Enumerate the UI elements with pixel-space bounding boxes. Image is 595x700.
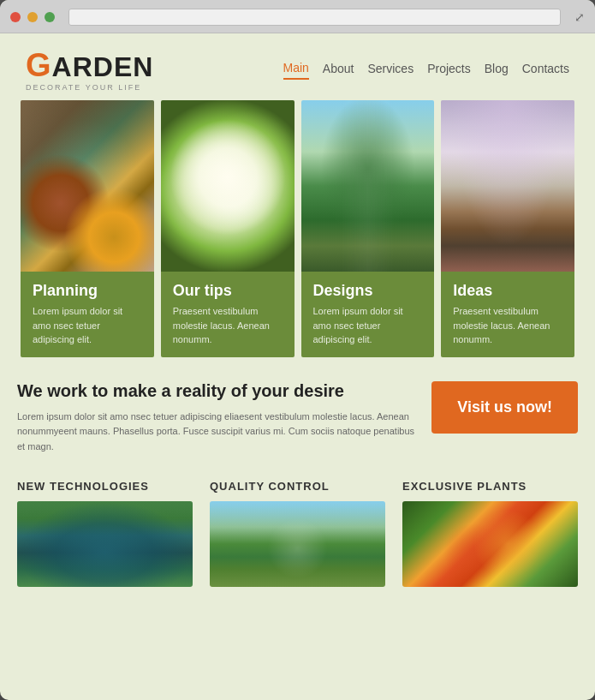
formal-garden-image (210, 501, 385, 587)
nav-about[interactable]: About (323, 62, 354, 79)
hero-grid: Planning Lorem ipsum dolor sit amo nsec … (0, 100, 595, 357)
hero-col-2: Our tips Praesent vestibulum molestie la… (161, 100, 295, 357)
bottom-grid: NEW TECHNOLOGIES QUALITY CONTROL EXCLUSI… (17, 480, 578, 587)
white-flower-image (161, 100, 295, 272)
visit-us-button[interactable]: Visit us now! (431, 381, 578, 434)
hero-col-4: Ideas Praesent vestibulum molestie lacus… (441, 100, 574, 357)
bottom-section: NEW TECHNOLOGIES QUALITY CONTROL EXCLUSI… (0, 471, 595, 604)
caption-text-4: Praesent vestibulum molestie lacus. Aene… (453, 304, 562, 347)
bottom-col-2: QUALITY CONTROL (210, 480, 385, 587)
hero-caption-3: Designs Lorem ipsum dolor sit amo nsec t… (301, 272, 435, 357)
bottom-title-3: EXCLUSIVE PLANTS (402, 480, 578, 493)
logo-rest: ARDEN (52, 51, 154, 82)
hero-caption-4: Ideas Praesent vestibulum molestie lacus… (441, 272, 574, 357)
caption-title-4: Ideas (453, 282, 562, 300)
caption-text-1: Lorem ipsum dolor sit amo nsec tetuer ad… (33, 304, 142, 347)
garden-tools-image (21, 100, 154, 272)
nav-projects[interactable]: Projects (427, 62, 471, 79)
bottom-col-3: EXCLUSIVE PLANTS (402, 480, 578, 587)
hero-col-3: Designs Lorem ipsum dolor sit amo nsec t… (301, 100, 435, 357)
logo-g-letter: G (26, 47, 52, 83)
mid-body: Lorem ipsum dolor sit amo nsec tetuer ad… (17, 410, 414, 455)
mid-section: We work to make a reality of your desire… (0, 357, 595, 472)
hero-caption-2: Our tips Praesent vestibulum molestie la… (161, 272, 295, 357)
site-nav: Main About Services Projects Blog Contac… (283, 61, 570, 80)
site-content: GARDEN DECORATE YOUR LIFE Main About Ser… (0, 33, 595, 604)
nav-main[interactable]: Main (283, 61, 309, 80)
browser-chrome: ⤢ (0, 0, 595, 33)
logo-area: GARDEN DECORATE YOUR LIFE (26, 49, 153, 92)
logo-tagline: DECORATE YOUR LIFE (26, 83, 153, 92)
pond-image (17, 501, 193, 587)
caption-text-3: Lorem ipsum dolor sit amo nsec tetuer ad… (313, 304, 423, 347)
logo-text: GARDEN (26, 49, 153, 81)
caption-title-2: Our tips (173, 282, 283, 300)
topiary-image (301, 100, 435, 272)
browser-window: ⤢ GARDEN DECORATE YOUR LIFE Main About S… (0, 0, 595, 700)
hero-col-1: Planning Lorem ipsum dolor sit amo nsec … (21, 100, 154, 357)
bottom-col-1: NEW TECHNOLOGIES (17, 480, 193, 587)
mid-text: We work to make a reality of your desire… (17, 381, 414, 455)
nav-services[interactable]: Services (367, 62, 414, 79)
bottom-title-1: NEW TECHNOLOGIES (17, 480, 193, 493)
caption-text-2: Praesent vestibulum molestie lacus. Aene… (173, 304, 283, 347)
nav-contacts[interactable]: Contacts (522, 62, 569, 79)
address-bar[interactable] (68, 9, 561, 26)
site-header: GARDEN DECORATE YOUR LIFE Main About Ser… (0, 33, 595, 100)
caption-title-3: Designs (313, 282, 423, 300)
misty-path-image (441, 100, 574, 272)
nav-blog[interactable]: Blog (485, 62, 509, 79)
minimize-button[interactable] (27, 12, 38, 22)
hero-caption-1: Planning Lorem ipsum dolor sit amo nsec … (21, 272, 154, 357)
caption-title-1: Planning (33, 282, 142, 300)
bottom-title-2: QUALITY CONTROL (210, 480, 385, 493)
fullscreen-icon[interactable]: ⤢ (574, 10, 585, 24)
mid-headline: We work to make a reality of your desire (17, 381, 414, 401)
colorful-flowers-image (402, 501, 578, 587)
close-button[interactable] (10, 12, 21, 22)
maximize-button[interactable] (45, 12, 55, 22)
